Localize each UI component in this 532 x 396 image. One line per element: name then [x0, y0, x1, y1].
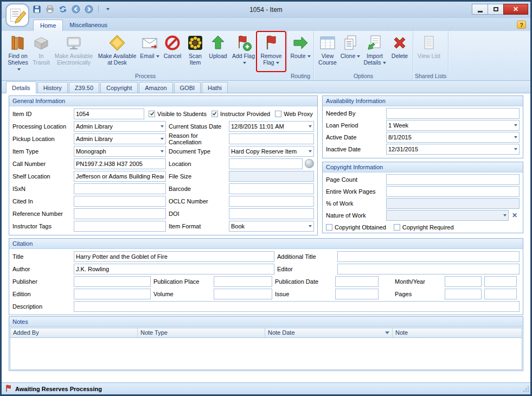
item-type-select[interactable]: Monograph: [74, 146, 166, 157]
in-transit-button[interactable]: In Transit: [30, 32, 52, 71]
current-status-date-select[interactable]: 12/8/2015 11:01 AM: [229, 121, 314, 132]
edition-input[interactable]: [74, 289, 151, 299]
reason-for-cancellation-input[interactable]: [229, 133, 314, 144]
publication-place-input[interactable]: [214, 276, 272, 287]
column-header-added-by[interactable]: Added By: [10, 328, 138, 337]
save-icon[interactable]: [32, 4, 42, 14]
year-input[interactable]: [484, 276, 517, 287]
tab-details[interactable]: Details: [6, 81, 36, 93]
clone-button[interactable]: Clone: [339, 32, 361, 71]
issue-input[interactable]: [335, 289, 379, 299]
forward-icon[interactable]: [84, 4, 94, 14]
shelf-location-input[interactable]: [74, 171, 166, 182]
resize-grip[interactable]: [523, 386, 529, 393]
remove-flag-button[interactable]: Remove Flag: [257, 32, 285, 71]
ribbon-tab-row: Home Miscellaneous ?: [2, 18, 530, 31]
location-input[interactable]: [229, 158, 303, 169]
oclc-number-input[interactable]: [229, 196, 314, 207]
upload-button[interactable]: Upload: [206, 32, 230, 71]
active-date-select[interactable]: 8/1/2015: [386, 132, 520, 143]
email-button[interactable]: Email: [139, 32, 161, 71]
view-course-button[interactable]: View Course: [316, 32, 339, 71]
refresh-icon[interactable]: [58, 4, 68, 14]
application-icon[interactable]: [5, 3, 30, 28]
find-on-shelves-button[interactable]: Find on Shelves: [5, 32, 30, 71]
pages-input[interactable]: [445, 289, 482, 299]
author-input[interactable]: [74, 264, 274, 274]
copyright-information-groupbox: Copyright Information Page Count Entire …: [322, 162, 523, 233]
volume-input[interactable]: [214, 289, 272, 299]
tab-copyright[interactable]: Copyright: [100, 82, 138, 93]
doi-input[interactable]: [229, 208, 314, 219]
entire-work-pages-input[interactable]: [386, 186, 520, 197]
qat-customize-arrow[interactable]: [103, 4, 113, 14]
tab-hathi[interactable]: Hathi: [202, 82, 228, 93]
tab-history[interactable]: History: [37, 82, 68, 93]
cited-in-input[interactable]: [74, 196, 166, 207]
instructor-provided-checkbox[interactable]: Instructor Provided: [211, 111, 270, 117]
print-icon[interactable]: [45, 4, 55, 14]
tab-home[interactable]: Home: [33, 20, 63, 31]
publication-date-input[interactable]: [335, 276, 379, 287]
make-available-electronically-button[interactable]: Make Available Electronically: [52, 32, 95, 71]
web-proxy-checkbox[interactable]: Web Proxy: [275, 111, 313, 117]
close-button[interactable]: ✕: [503, 4, 528, 15]
description-input[interactable]: [74, 301, 520, 312]
editor-input[interactable]: [337, 264, 520, 274]
maximize-button[interactable]: [488, 4, 504, 15]
loan-period-select[interactable]: 1 Week: [386, 120, 520, 131]
make-available-at-desk-button[interactable]: Make Available at Desk: [95, 32, 139, 71]
item-id-input[interactable]: [74, 108, 144, 119]
visible-to-students-checkbox[interactable]: Visible to Students: [149, 111, 207, 117]
tab-amazon[interactable]: Amazon: [139, 82, 172, 93]
nature-of-work-select[interactable]: [386, 210, 509, 221]
back-icon[interactable]: [71, 4, 81, 14]
minimize-button[interactable]: [472, 4, 488, 15]
month-input[interactable]: [445, 276, 482, 287]
filter-dropdown-icon[interactable]: [385, 331, 389, 334]
import-details-button[interactable]: Import Details: [361, 32, 388, 71]
tab-miscellaneous[interactable]: Miscellaneous: [63, 20, 114, 31]
window-controls: ✕: [472, 4, 528, 15]
document-type-select[interactable]: Hard Copy Reserve Item: [229, 146, 314, 157]
page-count-input[interactable]: [386, 174, 520, 185]
reference-number-input[interactable]: [74, 208, 166, 219]
isxn-input[interactable]: [74, 183, 166, 194]
add-flag-button[interactable]: Add Flag: [230, 32, 257, 71]
column-header-note[interactable]: Note: [393, 328, 522, 337]
chevron-down-icon: [383, 62, 386, 64]
pages-second-input[interactable]: [484, 289, 517, 299]
publication-place-label: Publication Place: [153, 278, 214, 285]
section-title-general: General Information: [9, 96, 317, 106]
inactive-date-select[interactable]: 12/31/2015: [386, 144, 520, 155]
location-lookup-button[interactable]: [305, 159, 314, 168]
pickup-location-select[interactable]: Admin Library: [74, 133, 166, 144]
additional-title-input[interactable]: [337, 251, 520, 262]
call-number-input[interactable]: [74, 158, 166, 169]
title-input[interactable]: [74, 251, 274, 262]
view-list-button[interactable]: View List: [415, 32, 443, 71]
tab-gobi[interactable]: GOBI: [174, 82, 201, 93]
instructor-tags-input[interactable]: [74, 221, 166, 232]
scan-item-button[interactable]: Scan Item: [184, 32, 206, 71]
barcode-input[interactable]: [229, 183, 314, 194]
tab-z3950[interactable]: Z39.50: [69, 82, 99, 93]
help-icon[interactable]: ?: [517, 21, 526, 29]
ribbon-group-routing: Route Routing: [287, 31, 314, 80]
item-id-label: Item ID: [12, 111, 74, 117]
cancel-button[interactable]: Cancel: [161, 32, 184, 71]
clear-nature-of-work-button[interactable]: ✕: [512, 212, 517, 219]
chevron-down-icon: [357, 55, 360, 58]
route-button[interactable]: Route: [289, 32, 312, 71]
column-header-note-date[interactable]: Note Date: [265, 328, 393, 337]
item-format-select[interactable]: Book: [229, 221, 314, 232]
delete-button[interactable]: Delete: [388, 32, 411, 71]
copyright-obtained-checkbox[interactable]: Copyright Obtained: [326, 224, 386, 231]
detail-tabs: Details History Z39.50 Copyright Amazon …: [2, 81, 530, 93]
notes-grid-body[interactable]: [10, 338, 522, 369]
processing-location-select[interactable]: Admin Library: [74, 121, 166, 132]
column-header-note-type[interactable]: Note Type: [138, 328, 265, 337]
needed-by-input[interactable]: [386, 108, 520, 119]
publisher-input[interactable]: [74, 276, 151, 287]
copyright-required-checkbox[interactable]: Copyright Required: [394, 224, 454, 231]
